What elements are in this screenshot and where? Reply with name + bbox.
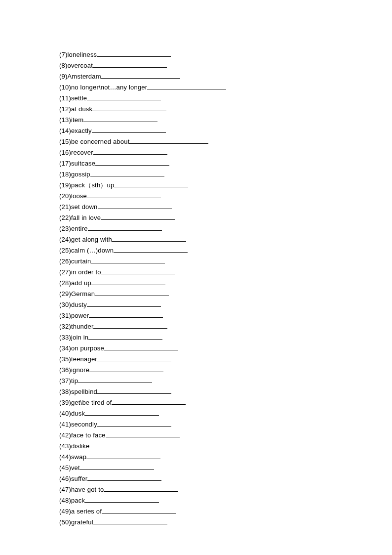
item-label: (8)overcoat (59, 60, 93, 71)
blank-line (83, 115, 157, 122)
blank-line (147, 83, 226, 89)
item-label: (14)exactly (59, 126, 92, 136)
item-label: (26)curtain (59, 256, 91, 267)
blank-line (87, 474, 161, 481)
item-label: (9)Amsterdam (59, 71, 101, 82)
list-item: (27)in order to (59, 267, 392, 278)
list-item: (18)gossip (59, 169, 392, 180)
blank-line (106, 430, 180, 437)
blank-line (89, 365, 163, 372)
list-item: (37)tip (59, 376, 392, 386)
blank-line (97, 387, 171, 394)
blank-line (92, 104, 166, 111)
list-item: (50)grateful (59, 517, 392, 528)
list-item: (31)power (59, 310, 392, 321)
item-label: (48)pack (59, 495, 85, 506)
blank-line (78, 376, 152, 383)
list-item: (10)no longer\not…any longer (59, 82, 392, 93)
item-label: (38)spellbind (59, 386, 97, 397)
item-label: (19)pack（sth）up (59, 180, 114, 191)
list-item: (17)suitcase (59, 158, 392, 169)
item-label: (28)add up (59, 278, 91, 289)
item-label: (44)swap (59, 452, 86, 463)
blank-line (102, 507, 176, 513)
list-item: (34)on purpose (59, 343, 392, 354)
list-item: (32)thunder (59, 321, 392, 332)
list-item: (48)pack (59, 495, 392, 506)
blank-line (90, 170, 164, 176)
item-label: (45)vet (59, 463, 80, 473)
blank-line (91, 278, 165, 285)
blank-line (95, 159, 169, 166)
item-label: (31)power (59, 310, 89, 321)
list-item: (39)get\be tired of (59, 397, 392, 408)
item-label: (18)gossip (59, 169, 90, 180)
blank-line (101, 213, 175, 220)
blank-line (112, 235, 186, 242)
blank-line (85, 409, 159, 416)
item-label: (49)a series of (59, 506, 102, 517)
item-label: (46)suffer (59, 473, 87, 484)
item-label: (42)face to face (59, 430, 106, 441)
list-item: (9)Amsterdam (59, 71, 392, 82)
blank-line (93, 61, 167, 68)
blank-line (88, 224, 162, 231)
item-label: (39)get\be tired of (59, 397, 112, 408)
item-label: (43)dislike (59, 441, 89, 452)
list-item: (43)dislike (59, 441, 392, 452)
item-label: (24)get along with (59, 234, 112, 245)
blank-line (93, 322, 167, 329)
item-label: (11)settle (59, 93, 87, 104)
list-item: (20)loose (59, 191, 392, 202)
item-label: (40)dusk (59, 408, 85, 419)
blank-line (86, 452, 160, 459)
blank-line (101, 267, 175, 274)
list-item: (46)suffer (59, 473, 392, 484)
blank-line (89, 441, 163, 448)
list-item: (47)have got to (59, 484, 392, 495)
item-label: (23)entire (59, 223, 88, 234)
list-item: (22)fall in love (59, 213, 392, 223)
blank-line (95, 289, 169, 296)
item-label: (22)fall in love (59, 213, 101, 223)
blank-line (92, 126, 166, 133)
blank-line (98, 202, 172, 209)
blank-line (129, 137, 208, 144)
blank-line (114, 180, 188, 187)
blank-line (101, 72, 180, 79)
blank-line (104, 343, 178, 350)
item-label: (33)join in (59, 332, 88, 343)
blank-line (87, 300, 161, 307)
list-item: (35)teenager (59, 354, 392, 365)
list-item: (36)ignore (59, 365, 392, 376)
list-item: (8)overcoat (59, 60, 392, 71)
list-item: (13)item (59, 115, 392, 126)
item-label: (35)teenager (59, 354, 97, 365)
list-item: (49)a series of (59, 506, 392, 517)
item-label: (41)secondly (59, 419, 97, 430)
item-label: (15)be concerned about (59, 136, 129, 147)
list-item: (30)dusty (59, 299, 392, 310)
item-label: (27)in order to (59, 267, 101, 278)
list-item: (14)exactly (59, 126, 392, 136)
item-label: (37)tip (59, 376, 78, 386)
blank-line (93, 517, 167, 524)
list-item: (23)entire (59, 223, 392, 234)
blank-line (80, 463, 154, 470)
list-item: (15)be concerned about (59, 136, 392, 147)
item-label: (32)thunder (59, 321, 93, 332)
item-label: (34)on purpose (59, 343, 104, 354)
blank-line (93, 148, 167, 155)
list-item: (33)join in (59, 332, 392, 343)
list-item: (25)calm (…)down (59, 245, 392, 256)
list-item: (12)at dusk (59, 104, 392, 115)
list-item: (11)settle (59, 93, 392, 104)
blank-line (112, 398, 186, 405)
list-item: (19)pack（sth）up (59, 180, 392, 191)
item-label: (20)loose (59, 191, 87, 202)
list-item: (45)vet (59, 463, 392, 473)
vocabulary-list: (7)loneliness(8)overcoat(9)Amsterdam(10)… (59, 49, 392, 528)
list-item: (26)curtain (59, 256, 392, 267)
list-item: (7)loneliness (59, 49, 392, 60)
list-item: (41)secondly (59, 419, 392, 430)
